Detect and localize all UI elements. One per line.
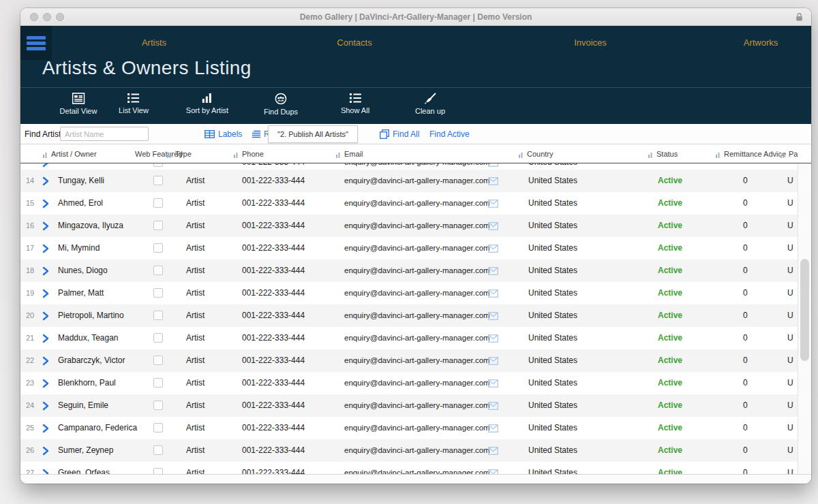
table-row[interactable]: 15 Ahmed, Erol Artist 001-222-333-444 en… [20, 192, 811, 215]
table-row[interactable]: 25 Campanaro, Federica Artist 001-222-33… [20, 417, 811, 439]
table-row[interactable]: 27 Green, Orfeas Artist 001-222-333-444 … [20, 462, 811, 474]
send-email-icon[interactable] [488, 424, 498, 435]
nav-tab-invoices[interactable]: Invoices [574, 26, 607, 60]
web-featured-checkbox[interactable] [153, 333, 163, 343]
row-detail-chevron-icon[interactable] [42, 221, 49, 233]
send-email-icon[interactable] [488, 177, 498, 187]
column-header-remittance-advice[interactable]: Remittance Advice [724, 144, 786, 163]
hamburger-menu-icon[interactable] [20, 26, 52, 60]
artist-owner-name[interactable]: Blenkhorn, Paul [58, 372, 116, 394]
send-email-icon[interactable] [488, 357, 498, 367]
artist-owner-name[interactable]: Mi, Mymind [58, 237, 100, 259]
table-row[interactable]: 22 Grabarczyk, Victor Artist 001-222-333… [20, 349, 811, 372]
row-detail-chevron-icon[interactable] [42, 356, 49, 368]
column-header-phone[interactable]: Phone [242, 144, 264, 163]
row-detail-chevron-icon[interactable] [42, 334, 49, 345]
web-featured-checkbox[interactable] [153, 400, 163, 410]
find-all-button[interactable]: Find All [380, 124, 419, 144]
row-detail-chevron-icon[interactable] [42, 289, 49, 300]
send-email-icon[interactable] [488, 334, 498, 345]
publish-all-artists-dropdown[interactable]: "2. Publish All Artists" [268, 125, 358, 143]
column-header-pa-truncated[interactable]: Pa [789, 144, 798, 163]
web-featured-checkbox[interactable] [153, 221, 163, 230]
web-featured-checkbox[interactable] [153, 243, 163, 253]
artist-owner-name[interactable]: Mingazova, Ilyuza [58, 215, 123, 237]
artist-owner-name[interactable]: Nunes, Diogo [58, 259, 108, 282]
column-header-email[interactable]: Email [344, 144, 363, 163]
artist-owner-name[interactable]: Ahmed, Erol [58, 192, 103, 215]
nav-tab-artists[interactable]: Artists [142, 26, 166, 60]
row-detail-chevron-icon[interactable] [42, 311, 49, 323]
web-featured-checkbox[interactable] [153, 311, 163, 320]
scrollbar-thumb[interactable] [800, 259, 809, 361]
labels-button[interactable]: Labels [204, 124, 242, 144]
send-email-icon[interactable] [488, 289, 498, 300]
send-email-icon[interactable] [488, 312, 498, 322]
web-featured-checkbox[interactable] [153, 163, 163, 167]
column-header-status[interactable]: Status [656, 144, 678, 163]
column-header-country[interactable]: Country [527, 144, 554, 163]
web-featured-checkbox[interactable] [153, 198, 163, 208]
nav-tab-contacts[interactable]: Contacts [337, 26, 372, 60]
artist-owner-name[interactable]: Campanaro, Federica [58, 417, 137, 439]
find-dups-button[interactable]: Find Dups [264, 93, 298, 116]
column-header-artist-owner[interactable]: Artist / Owner [51, 144, 97, 163]
web-featured-checkbox[interactable] [153, 378, 163, 388]
artist-owner-name[interactable]: Sumer, Zeynep [58, 439, 113, 462]
table-row[interactable]: 24 Seguin, Emile Artist 001-222-333-444 … [20, 394, 811, 417]
send-email-icon[interactable] [488, 402, 498, 412]
row-detail-chevron-icon[interactable] [42, 446, 49, 458]
show-all-button[interactable]: Show All [341, 93, 369, 114]
send-email-icon[interactable] [488, 222, 498, 232]
table-row[interactable]: 21 Maddux, Teagan Artist 001-222-333-444… [20, 327, 811, 349]
table-row[interactable]: 23 Blenkhorn, Paul Artist 001-222-333-44… [20, 372, 811, 394]
row-detail-chevron-icon[interactable] [42, 424, 49, 435]
table-row[interactable]: 26 Sumer, Zeynep Artist 001-222-333-444 … [20, 439, 811, 462]
web-featured-checkbox[interactable] [153, 266, 163, 275]
table-row[interactable]: 16 Mingazova, Ilyuza Artist 001-222-333-… [20, 215, 811, 237]
list-view-button[interactable]: List View [119, 93, 149, 114]
artist-owner-name[interactable]: Palmer, Matt [58, 282, 104, 304]
clean-up-button[interactable]: Clean up [415, 93, 445, 115]
vertical-scrollbar[interactable] [798, 163, 811, 474]
artist-owner-name[interactable]: Maddux, Teagan [58, 327, 119, 349]
table-row[interactable]: 18 Nunes, Diogo Artist 001-222-333-444 e… [20, 259, 811, 282]
table-row[interactable]: 17 Mi, Mymind Artist 001-222-333-444 enq… [20, 237, 811, 259]
web-featured-checkbox[interactable] [153, 468, 163, 474]
table-row[interactable]: 19 Palmer, Matt Artist 001-222-333-444 e… [20, 282, 811, 304]
send-email-icon[interactable] [488, 200, 498, 210]
web-featured-checkbox[interactable] [153, 423, 163, 432]
send-email-icon[interactable] [488, 163, 498, 169]
row-detail-chevron-icon[interactable] [42, 199, 49, 210]
row-detail-chevron-icon[interactable] [42, 244, 49, 255]
send-email-icon[interactable] [488, 469, 498, 474]
artist-owner-name[interactable]: Seguin, Emile [58, 394, 108, 417]
table-row[interactable]: 14 Tungay, Kelli Artist 001-222-333-444 … [20, 170, 811, 192]
table-row[interactable]: 001-222-333-444 enquiry@davinci-art-gall… [20, 163, 811, 170]
row-detail-chevron-icon[interactable] [42, 401, 49, 413]
web-featured-checkbox[interactable] [153, 356, 163, 365]
send-email-icon[interactable] [488, 379, 498, 390]
detail-view-button[interactable]: Detail View [60, 93, 97, 115]
row-detail-chevron-icon[interactable] [42, 176, 49, 188]
send-email-icon[interactable] [488, 245, 498, 255]
web-featured-checkbox[interactable] [153, 445, 163, 455]
row-detail-chevron-icon[interactable] [42, 379, 49, 390]
nav-tab-artworks[interactable]: Artworks [744, 26, 778, 60]
row-detail-chevron-icon[interactable] [42, 469, 49, 474]
artist-owner-name[interactable]: Tungay, Kelli [58, 170, 104, 192]
send-email-icon[interactable] [488, 267, 498, 277]
artist-name-input[interactable] [60, 127, 149, 141]
table-row[interactable]: 20 Pietropoli, Martino Artist 001-222-33… [20, 304, 811, 327]
find-active-button[interactable]: Find Active [429, 124, 470, 144]
artist-owner-name[interactable]: Pietropoli, Martino [58, 304, 124, 327]
column-header-type[interactable]: Type [175, 144, 192, 163]
artist-owner-name[interactable]: Grabarczyk, Victor [58, 349, 125, 372]
row-detail-chevron-icon[interactable] [42, 266, 49, 278]
web-featured-checkbox[interactable] [153, 176, 163, 185]
web-featured-checkbox[interactable] [153, 288, 163, 298]
row-detail-chevron-icon[interactable] [42, 163, 49, 170]
send-email-icon[interactable] [488, 447, 498, 457]
sort-by-artist-button[interactable]: Sort by Artist [186, 93, 228, 114]
artist-owner-name[interactable]: Green, Orfeas [58, 462, 110, 474]
